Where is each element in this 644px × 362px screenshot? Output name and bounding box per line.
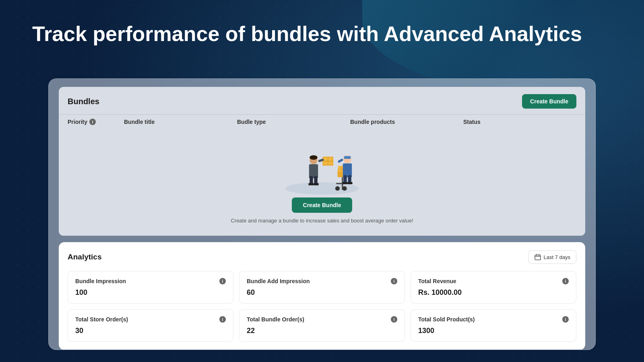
col-bundle-products: Bundle products [350, 119, 463, 125]
metric-card-header: Total Bundle Order(s) i [247, 316, 397, 323]
svg-rect-22 [343, 175, 347, 183]
metric-label: Total Sold Product(s) [418, 316, 475, 323]
col-bundle-type: Budle type [237, 119, 350, 125]
analytics-title: Analytics [68, 253, 101, 261]
metric-info-icon[interactable]: i [219, 316, 226, 323]
calendar-icon [535, 254, 541, 260]
col-status: Status [463, 119, 576, 125]
metric-label: Total Bundle Order(s) [247, 316, 304, 323]
metric-info-icon[interactable]: i [562, 278, 569, 284]
metric-card-header: Bundle Add Impression i [247, 278, 397, 284]
metric-info-icon[interactable]: i [391, 278, 397, 284]
metric-value: 22 [247, 327, 397, 335]
analytics-section: Analytics Last 7 days Bundle Impression … [59, 242, 585, 350]
metric-label: Total Store Order(s) [75, 316, 128, 323]
main-card: Bundles Create Bundle Priority i Bundle … [48, 78, 596, 350]
metric-info-icon[interactable]: i [391, 316, 397, 323]
svg-point-32 [310, 155, 318, 160]
svg-rect-39 [535, 255, 541, 260]
metric-card-header: Total Store Order(s) i [75, 316, 226, 323]
metric-card-header: Total Sold Product(s) i [418, 316, 569, 323]
create-bundle-button-top[interactable]: Create Bundle [522, 94, 576, 109]
empty-state: Create Bundle Create and manage a bundle… [59, 129, 585, 236]
metric-card: Total Revenue i Rs. 10000.00 [411, 271, 576, 304]
table-header: Priority i Bundle title Budle type Bundl… [59, 114, 585, 129]
page-header: Track performance of bundles with Advanc… [32, 22, 612, 46]
priority-info-icon[interactable]: i [89, 119, 96, 125]
metric-label: Total Revenue [418, 278, 456, 284]
svg-rect-25 [347, 182, 353, 184]
svg-point-13 [335, 186, 340, 191]
svg-rect-36 [308, 183, 314, 185]
metric-card-header: Bundle Impression i [75, 278, 226, 284]
page-title: Track performance of bundles with Advanc… [32, 22, 612, 46]
metric-value: 60 [247, 288, 397, 297]
metric-card: Total Bundle Order(s) i 22 [239, 309, 405, 342]
analytics-header: Analytics Last 7 days [68, 250, 576, 264]
svg-rect-37 [314, 183, 319, 185]
col-bundle-title: Bundle title [124, 119, 237, 125]
bundles-section: Bundles Create Bundle Priority i Bundle … [59, 87, 585, 236]
metric-card-header: Total Revenue i [418, 278, 569, 284]
metric-value: 30 [75, 327, 226, 335]
metrics-grid: Bundle Impression i 100 Bundle Add Impre… [68, 271, 576, 342]
svg-rect-26 [338, 158, 344, 163]
svg-rect-20 [344, 156, 351, 159]
delivery-illustration [280, 137, 364, 197]
svg-point-14 [342, 186, 347, 191]
svg-rect-24 [342, 182, 347, 184]
bundles-section-title: Bundles [68, 97, 99, 106]
metric-value: 1300 [418, 327, 569, 335]
metric-label: Bundle Impression [75, 278, 126, 284]
metric-label: Bundle Add Impression [247, 278, 310, 284]
empty-state-description: Create and manage a bundle to increase s… [231, 218, 413, 224]
metric-card: Bundle Impression i 100 [68, 271, 233, 304]
metric-info-icon[interactable]: i [219, 278, 226, 284]
metric-card: Total Store Order(s) i 30 [68, 309, 233, 342]
metric-info-icon[interactable]: i [562, 316, 569, 323]
svg-rect-23 [348, 175, 351, 183]
metric-card: Total Sold Product(s) i 1300 [411, 309, 576, 342]
col-priority: Priority i [68, 119, 124, 125]
date-filter-button[interactable]: Last 7 days [528, 250, 577, 264]
bundles-header: Bundles Create Bundle [59, 87, 585, 114]
metric-value: 100 [75, 288, 226, 297]
create-bundle-button-center[interactable]: Create Bundle [292, 197, 353, 213]
metric-card: Bundle Add Impression i 60 [239, 271, 405, 304]
metric-value: Rs. 10000.00 [418, 288, 569, 297]
